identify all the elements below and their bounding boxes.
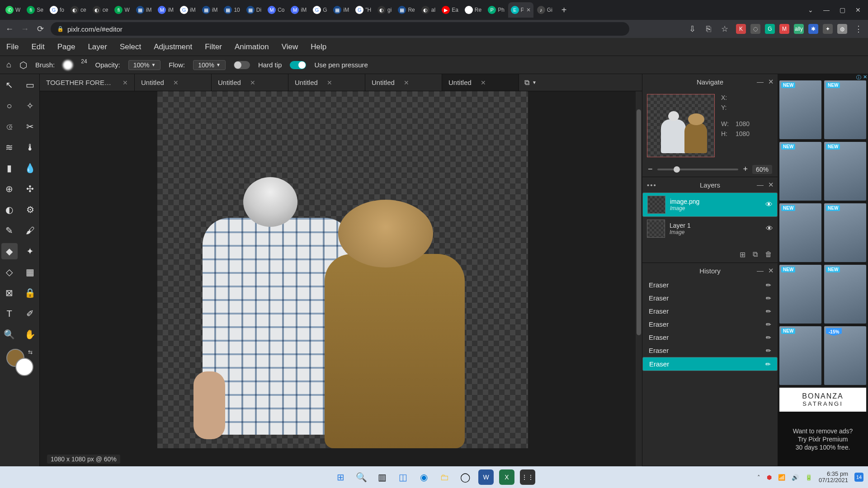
chrome-menu-icon[interactable]: ⋮ (854, 24, 863, 34)
forward-button[interactable]: → (20, 24, 30, 34)
browser-tab[interactable]: ◐ce (90, 2, 111, 18)
tool-button[interactable]: 🔍 (1, 326, 18, 343)
clock[interactable]: 6:35 pm 07/12/2021 (819, 471, 848, 484)
browser-tab[interactable]: ◐al (419, 2, 438, 18)
navigator-thumbnail[interactable] (647, 94, 715, 157)
opacity-select[interactable]: 100%▼ (128, 60, 161, 70)
browser-tab[interactable]: ✆W (3, 2, 23, 18)
tab-close-icon[interactable]: ✕ (526, 7, 531, 13)
tool-button[interactable]: 🖌 (22, 222, 38, 239)
zoom-in-button[interactable]: + (743, 164, 748, 174)
layers-menu-icon[interactable]: ••• (647, 181, 657, 189)
doc-tab-close-icon[interactable]: ✕ (327, 79, 332, 86)
tool-button[interactable]: ⟃ (1, 118, 18, 135)
ad-tile[interactable]: NEW (824, 265, 866, 324)
browser-tab[interactable]: ▶Ea (439, 2, 461, 18)
tool-button[interactable]: ≋ (1, 139, 18, 155)
document-tab[interactable]: Untitled✕ (135, 74, 212, 91)
history-item[interactable]: Eraser✏ (642, 344, 778, 357)
tool-button[interactable]: ✂ (22, 118, 38, 135)
hard-tip-toggle[interactable] (234, 61, 250, 69)
menu-file[interactable]: File (6, 42, 19, 52)
ad-tile[interactable]: NEW (824, 142, 866, 201)
tool-button[interactable]: ◐ (1, 202, 18, 218)
volume-icon[interactable]: 🔊 (792, 474, 799, 481)
browser-tab[interactable]: ▦Re (395, 2, 417, 18)
doc-tab-close-icon[interactable]: ✕ (173, 79, 179, 86)
history-item[interactable]: Eraser✏ (642, 331, 778, 344)
tool-button[interactable]: 🔒 (22, 285, 38, 301)
window-close-icon[interactable]: ✕ (855, 6, 861, 14)
browser-tab[interactable]: ♪Gi (534, 2, 555, 18)
doc-tab-layout[interactable]: ⧉▼ (519, 74, 542, 91)
swap-colors-icon[interactable]: ⇆ (28, 349, 33, 355)
reload-button[interactable]: ⟳ (35, 24, 45, 34)
browser-tab[interactable]: MCo (265, 2, 287, 18)
edge-icon[interactable]: ◉ (416, 469, 431, 485)
browser-tab[interactable]: Gfo (47, 2, 67, 18)
layer-visibility-icon[interactable]: 👁 (766, 225, 773, 233)
chrome-icon[interactable]: ◯ (458, 469, 473, 485)
browser-tab[interactable]: GG (310, 2, 330, 18)
share-icon[interactable]: ⎘ (703, 24, 713, 34)
install-icon[interactable]: ⇩ (687, 24, 697, 34)
tool-button[interactable]: ◇ (1, 264, 18, 280)
vertical-scrollbar[interactable] (636, 91, 642, 466)
ad-tile[interactable]: NEW (779, 142, 821, 201)
panel-minimize-icon[interactable]: — (757, 267, 764, 275)
document-tab[interactable]: TOGETHER FOREV...✕ (40, 74, 135, 91)
extension-icon[interactable]: ◌ (750, 24, 760, 34)
menu-adjustment[interactable]: Adjustment (154, 42, 192, 52)
layer-visibility-icon[interactable]: 👁 (765, 201, 773, 209)
menu-select[interactable]: Select (120, 42, 141, 52)
ad-tile[interactable]: NEW (779, 326, 821, 385)
menu-filter[interactable]: Filter (205, 42, 222, 52)
back-button[interactable]: ← (5, 24, 14, 34)
task-view-button[interactable]: ▥ (374, 469, 390, 485)
browser-tab[interactable]: fiW (112, 2, 132, 18)
tool-button[interactable]: ▦ (22, 264, 38, 280)
delete-layer-icon[interactable]: 🗑 (765, 250, 772, 259)
panel-minimize-icon[interactable]: — (757, 181, 764, 189)
ad-tile[interactable]: NEW (779, 203, 821, 262)
tab-dropdown-icon[interactable]: ⌄ (808, 6, 813, 14)
ad-tile[interactable]: NEW (779, 80, 821, 139)
browser-tab[interactable]: GiM (177, 2, 198, 18)
history-item[interactable]: Eraser✏ (642, 357, 778, 371)
canvas-area[interactable]: 1080 x 1080 px @ 60% (40, 91, 642, 466)
tool-button[interactable]: ✦ (22, 243, 38, 259)
doc-tab-close-icon[interactable]: ✕ (404, 79, 409, 86)
zoom-out-button[interactable]: − (648, 164, 653, 174)
menu-page[interactable]: Page (57, 42, 75, 52)
menu-layer[interactable]: Layer (88, 42, 107, 52)
tool-button[interactable]: ▭ (22, 77, 38, 93)
extension-icon[interactable]: ✱ (808, 24, 818, 34)
tool-button[interactable]: ◆ (1, 243, 18, 259)
pen-pressure-toggle[interactable] (290, 61, 306, 69)
tool-button[interactable]: ✣ (22, 181, 38, 197)
extension-icon[interactable]: M (779, 24, 789, 34)
zoom-value[interactable]: 60% (752, 165, 772, 174)
history-item[interactable]: Eraser✏ (642, 278, 778, 291)
tool-button[interactable]: ✧ (22, 98, 38, 114)
tool-button[interactable]: ✐ (22, 305, 38, 322)
browser-tab[interactable]: MiM (155, 2, 176, 18)
window-maximize-icon[interactable]: ▢ (840, 6, 845, 14)
tray-app-icon[interactable]: ⬢ (767, 474, 772, 481)
browser-tab[interactable]: ▦iM (133, 2, 155, 18)
zoom-slider[interactable] (657, 169, 739, 170)
document-tab[interactable]: Untitled✕ (442, 74, 519, 91)
ad-tile[interactable]: NEW (779, 265, 821, 324)
browser-tab[interactable]: ◐ce (68, 2, 89, 18)
document-tab[interactable]: Untitled✕ (365, 74, 442, 91)
bookmark-icon[interactable]: ☆ (720, 24, 730, 34)
tool-button[interactable]: ○ (1, 98, 18, 114)
background-swatch[interactable] (15, 358, 33, 376)
extension-icon[interactable]: ◍ (837, 24, 847, 34)
brush-size[interactable]: 24 (81, 58, 87, 65)
tool-button[interactable]: ▮ (1, 160, 18, 176)
tool-button[interactable]: ↖ (1, 77, 18, 93)
doc-tab-close-icon[interactable]: ✕ (123, 79, 128, 86)
browser-tab[interactable]: fiSe (24, 2, 46, 18)
browser-tab[interactable]: ▦Di (244, 2, 264, 18)
